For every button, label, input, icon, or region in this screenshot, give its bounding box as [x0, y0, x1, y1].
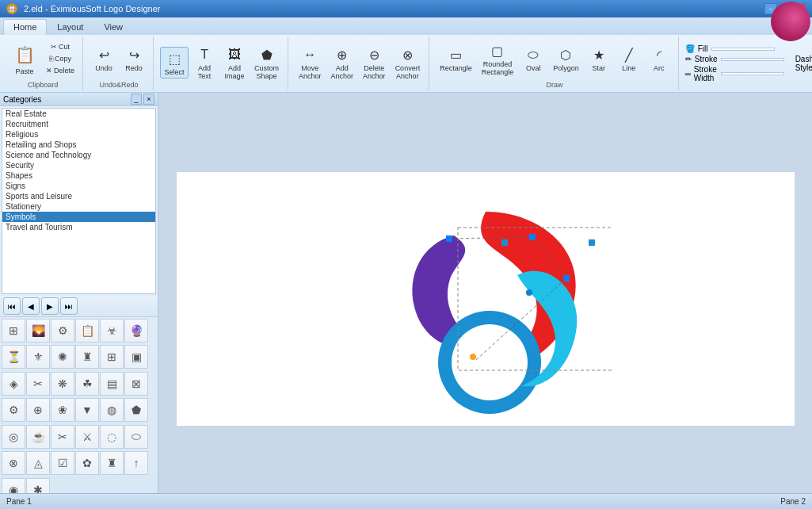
symbol-31[interactable]: ◬: [26, 451, 50, 475]
stroke-width-dropdown[interactable]: [721, 72, 784, 75]
category-religious[interactable]: Religious: [2, 129, 155, 140]
star-button[interactable]: ★ Star: [585, 43, 613, 75]
symbol-1[interactable]: 🌄: [26, 319, 50, 343]
symbol-0[interactable]: ⊞: [2, 319, 25, 343]
add-text-button[interactable]: T AddText: [190, 43, 219, 82]
stroke-dropdown[interactable]: [721, 58, 784, 61]
symbol-21[interactable]: ▼: [75, 398, 99, 422]
symbol-30[interactable]: ⊗: [2, 451, 25, 475]
add-image-button[interactable]: 🖼 AddImage: [220, 43, 249, 82]
symbol-10[interactable]: ⊞: [100, 345, 124, 369]
category-stationery[interactable]: Stationery: [2, 201, 155, 212]
symbol-20[interactable]: ❀: [51, 398, 74, 422]
polygon-button[interactable]: ⬡ Polygon: [549, 43, 583, 75]
select-button[interactable]: ⬚ Select: [160, 47, 189, 78]
fill-dropdown[interactable]: [711, 48, 775, 51]
symbol-25[interactable]: ☕: [26, 425, 50, 449]
left-panel-pin[interactable]: ×: [143, 94, 154, 105]
symbol-14[interactable]: ❋: [51, 372, 74, 396]
dash-style-options: Dash Style: [791, 36, 812, 90]
symbol-24[interactable]: ◎: [2, 425, 25, 449]
symbol-33[interactable]: ✿: [75, 451, 99, 475]
win-icon: 🪟: [6, 3, 17, 14]
tab-home[interactable]: Home: [3, 19, 47, 35]
media-controls: ⏮ ◀ ▶ ⏭: [0, 296, 158, 317]
symbol-27[interactable]: ⚔: [75, 425, 99, 449]
category-symbols[interactable]: Symbols: [2, 212, 155, 222]
svg-rect-4: [589, 239, 595, 246]
symbol-7[interactable]: ⚜: [26, 345, 50, 369]
oval-button[interactable]: ⬭ Oval: [519, 43, 547, 75]
arc-button[interactable]: ◜ Arc: [645, 43, 673, 75]
category-signs[interactable]: Signs: [2, 181, 155, 191]
tools-group: ⬚ Select T AddText 🖼 AddImage ⬟ CustomSh…: [155, 36, 288, 90]
category-shapes[interactable]: Shapes: [2, 170, 155, 181]
symbol-6[interactable]: ⏳: [2, 345, 25, 369]
symbol-4[interactable]: ☣: [100, 319, 124, 343]
symbol-5[interactable]: 🔮: [124, 319, 148, 343]
symbol-26[interactable]: ✂: [51, 425, 74, 449]
line-button[interactable]: ╱ Line: [615, 43, 643, 75]
copy-button[interactable]: ⎘ Copy: [43, 53, 78, 64]
polygon-icon: ⬡: [556, 45, 575, 64]
custom-shape-button[interactable]: ⬟ CustomShape: [250, 43, 283, 82]
media-last-button[interactable]: ⏭: [60, 297, 78, 315]
canvas[interactable]: [177, 172, 795, 426]
tab-view[interactable]: View: [93, 19, 133, 35]
symbol-11[interactable]: ▣: [124, 345, 148, 369]
anchor-buttons: ↔ MoveAnchor ⊕ AddAnchor ⊖ DeleteAnchor …: [295, 38, 424, 87]
category-retailing[interactable]: Retailing and Shops: [2, 140, 155, 150]
symbol-9[interactable]: ♜: [75, 345, 99, 369]
left-panel-collapse[interactable]: _: [131, 94, 142, 105]
category-science[interactable]: Science and Technology: [2, 150, 155, 160]
symbol-2[interactable]: ⚙: [51, 319, 74, 343]
tab-layout[interactable]: Layout: [47, 19, 93, 35]
media-first-button[interactable]: ⏮: [3, 297, 21, 315]
symbol-3[interactable]: 📋: [75, 319, 99, 343]
symbol-28[interactable]: ◌: [100, 425, 124, 449]
category-security[interactable]: Security: [2, 160, 155, 170]
left-panel-title: Categories: [3, 95, 41, 104]
canvas-area[interactable]: [158, 93, 812, 505]
category-travel[interactable]: Travel and Tourism: [2, 222, 155, 232]
undo-button[interactable]: ↩ Undo: [90, 43, 118, 75]
symbol-34[interactable]: ♜: [100, 451, 124, 475]
fill-row: 🪣 Fill: [685, 44, 784, 53]
convert-anchor-icon: ⊗: [398, 45, 417, 64]
symbol-17[interactable]: ⊠: [124, 372, 148, 396]
symbol-15[interactable]: ☘: [75, 372, 99, 396]
media-play-button[interactable]: ▶: [41, 297, 59, 315]
media-prev-button[interactable]: ◀: [22, 297, 40, 315]
symbol-8[interactable]: ✺: [51, 345, 74, 369]
rectangle-icon: ▭: [446, 45, 465, 64]
category-sports[interactable]: Sports and Leisure: [2, 191, 155, 201]
svg-rect-3: [501, 239, 508, 246]
convert-anchor-button[interactable]: ⊗ ConvertAnchor: [391, 43, 425, 82]
symbol-32[interactable]: ☑: [51, 451, 74, 475]
symbol-13[interactable]: ✂: [26, 372, 50, 396]
category-recruitment[interactable]: Recruitment: [2, 119, 155, 129]
category-real-estate[interactable]: Real Estate: [2, 109, 155, 119]
symbol-19[interactable]: ⊕: [26, 398, 50, 422]
redo-button[interactable]: ↪ Redo: [120, 43, 148, 75]
rounded-rect-button[interactable]: ▢ RoundedRectangle: [478, 39, 518, 78]
symbol-23[interactable]: ⬟: [124, 398, 148, 422]
delete-button[interactable]: ✕ Delete: [43, 65, 78, 76]
add-anchor-button[interactable]: ⊕ AddAnchor: [327, 43, 358, 82]
svg-point-2: [526, 289, 532, 296]
stroke-icon: ✏: [685, 55, 692, 63]
symbol-12[interactable]: ◈: [2, 372, 25, 396]
rectangle-button[interactable]: ▭ Rectangle: [436, 43, 476, 75]
move-anchor-button[interactable]: ↔ MoveAnchor: [295, 43, 326, 82]
delete-anchor-button[interactable]: ⊖ DeleteAnchor: [359, 43, 390, 82]
cut-button[interactable]: ✂ Cut: [43, 41, 78, 52]
symbol-18[interactable]: ⚙: [2, 398, 25, 422]
symbol-16[interactable]: ▤: [100, 372, 124, 396]
symbol-29[interactable]: ⬭: [124, 425, 148, 449]
left-panel-header: Categories _ ×: [0, 93, 158, 106]
clipboard-buttons: 📋 Paste ✂ Cut ⎘ Copy: [8, 38, 78, 79]
symbol-22[interactable]: ◍: [100, 398, 124, 422]
symbol-35[interactable]: ↑: [124, 451, 148, 475]
title-text: 2.eld - EximiousSoft Logo Designer: [24, 4, 160, 13]
paste-button[interactable]: 📋 Paste: [8, 40, 41, 78]
